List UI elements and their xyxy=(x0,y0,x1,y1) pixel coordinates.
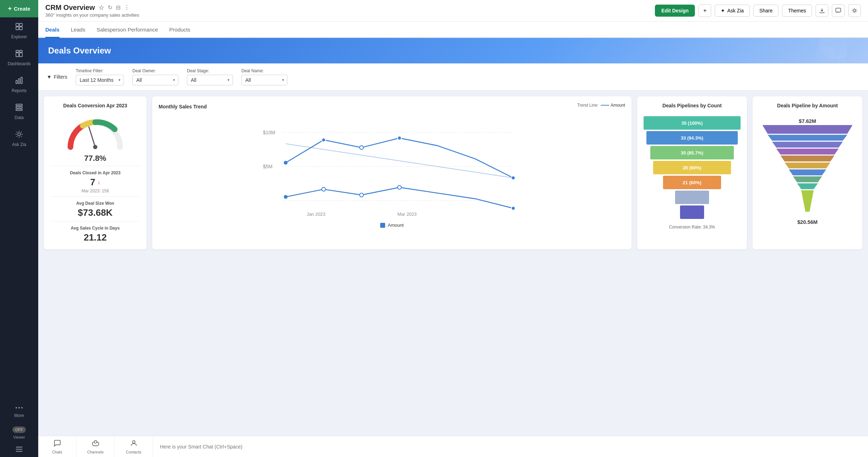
tabs-bar: Deals Leads Salesperson Performance Prod… xyxy=(38,22,868,38)
main-area: CRM Overview ☆ ↻ ⊟ ⋮ 360° insights on yo… xyxy=(38,0,868,457)
more-icon xyxy=(15,403,23,411)
avg-deal-size-label: Avg Deal Size Won xyxy=(50,201,140,206)
hamburger-icon[interactable] xyxy=(0,443,38,457)
share-button[interactable]: Share xyxy=(753,5,778,17)
svg-marker-48 xyxy=(767,135,847,141)
sidebar-item-reports[interactable]: Reports xyxy=(0,71,38,98)
svg-marker-50 xyxy=(776,149,839,155)
bottom-chats[interactable]: Chats xyxy=(38,436,76,457)
deals-closed-sub: Mar 2023: 158 xyxy=(50,188,140,193)
create-button[interactable]: + Create xyxy=(0,0,38,17)
pipeline-amount-svg: $7.62M $20.56M xyxy=(759,113,856,234)
deals-conversion-title: Deals Conversion Apr 2023 xyxy=(50,103,140,108)
deal-owner-select[interactable]: All xyxy=(132,75,178,85)
deal-name-label: Deal Name: xyxy=(241,68,287,73)
svg-point-14 xyxy=(18,133,21,136)
settings-button[interactable] xyxy=(848,4,861,17)
pipeline-amount-card: Deals Pipeline by Amount $7.62M xyxy=(753,96,862,249)
svg-point-17 xyxy=(21,407,23,408)
edit-design-button[interactable]: Edit Design xyxy=(655,5,695,17)
bottom-bar: Chats Channels Contacts xyxy=(38,436,868,457)
deal-name-select[interactable]: All xyxy=(241,75,287,85)
smart-chat-input[interactable] xyxy=(153,444,868,450)
export-button[interactable] xyxy=(816,4,828,17)
svg-point-41 xyxy=(360,193,364,197)
sidebar-item-ask-zia[interactable]: Ask Zia xyxy=(0,125,38,152)
topbar: CRM Overview ☆ ↻ ⊟ ⋮ 360° insights on yo… xyxy=(38,0,868,22)
tab-products[interactable]: Products xyxy=(169,22,190,38)
refresh-icon[interactable]: ↻ xyxy=(108,4,112,11)
svg-point-34 xyxy=(322,138,326,142)
ask-zia-icon xyxy=(15,130,23,140)
trend-line-label: Trend Line: xyxy=(577,103,598,108)
pipelines-count-title: Deals Pipelines by Count xyxy=(644,103,741,108)
themes-button[interactable]: Themes xyxy=(782,5,812,17)
svg-marker-54 xyxy=(793,176,822,182)
tab-salesperson-performance[interactable]: Salesperson Performance xyxy=(97,22,158,38)
timeline-filter-select[interactable]: Last 12 Months Last 6 Months This Month xyxy=(76,75,124,85)
svg-point-16 xyxy=(18,407,20,408)
sidebar-item-more[interactable]: More xyxy=(0,398,38,423)
chart-legend-row: Amount xyxy=(159,222,625,228)
bottom-contacts[interactable]: Contacts xyxy=(115,436,153,457)
channels-label: Channels xyxy=(87,450,103,454)
svg-rect-3 xyxy=(19,27,22,30)
zia-icon: ✦ xyxy=(721,8,725,13)
svg-rect-5 xyxy=(19,50,22,52)
gauge-chart xyxy=(63,113,127,152)
topbar-actions: Edit Design + ✦ Ask Zia Share Themes xyxy=(655,4,861,17)
pipeline-amount-title: Deals Pipeline by Amount xyxy=(759,103,856,108)
filters-toggle[interactable]: ▼ Filters xyxy=(47,74,67,80)
funnel-bar-3: 28 (80%) xyxy=(653,161,731,174)
timeline-select-wrap: Last 12 Months Last 6 Months This Month xyxy=(76,75,124,85)
star-icon[interactable]: ☆ xyxy=(98,4,104,12)
amount-checkbox-icon[interactable] xyxy=(380,223,385,228)
svg-point-39 xyxy=(284,195,288,199)
svg-rect-1 xyxy=(19,23,22,26)
amount-legend-label: Amount xyxy=(388,222,404,228)
sidebar: + Create Explorer Dashboards Reports Dat… xyxy=(0,0,38,457)
comment-button[interactable] xyxy=(832,4,845,17)
ask-zia-button[interactable]: ✦ Ask Zia xyxy=(715,5,750,17)
svg-rect-13 xyxy=(16,109,22,111)
bottom-channels[interactable]: Channels xyxy=(76,436,115,457)
deal-name-select-wrap: All xyxy=(241,75,287,85)
tab-leads[interactable]: Leads xyxy=(71,22,85,38)
deal-stage-select[interactable]: All xyxy=(187,75,233,85)
svg-point-40 xyxy=(322,187,326,191)
avg-sales-cycle-section: Avg Sales Cycle in Days 21.12 xyxy=(50,221,140,243)
svg-text:$5M: $5M xyxy=(263,164,273,169)
data-icon xyxy=(15,103,23,113)
svg-point-15 xyxy=(16,407,17,408)
monthly-trend-title: Monthly Sales Trend xyxy=(159,104,207,109)
funnel-bar-1: 33 (94.3%) xyxy=(646,131,738,145)
svg-rect-21 xyxy=(836,8,841,12)
deal-name-filter-group: Deal Name: All xyxy=(241,68,287,85)
svg-point-42 xyxy=(398,186,401,190)
svg-text:Mar 2023: Mar 2023 xyxy=(398,211,417,217)
deals-overview-title: Deals Overview xyxy=(48,46,111,56)
page-title: CRM Overview xyxy=(45,4,95,12)
deals-closed-value: 7 xyxy=(90,177,95,188)
deal-stage-select-wrap: All xyxy=(187,75,233,85)
monthly-trend-card: Monthly Sales Trend Trend Line: Amount $… xyxy=(152,96,632,249)
page-subtitle: 360° insights on your company sales acti… xyxy=(45,12,651,18)
sidebar-item-explorer[interactable]: Explorer xyxy=(0,17,38,44)
viewer-section: OFF Viewer xyxy=(0,423,38,443)
sidebar-item-dashboards[interactable]: Dashboards xyxy=(0,44,38,71)
filters-bar: ▼ Filters Timeline Filter: Last 12 Month… xyxy=(38,63,868,91)
tab-deals[interactable]: Deals xyxy=(45,22,59,38)
more-options-icon[interactable]: ⋮ xyxy=(124,4,130,11)
deals-closed-section: Deals Closed in Apr 2023 7 ↓ Mar 2023: 1… xyxy=(50,166,140,193)
deals-closed-label: Deals Closed in Apr 2023 xyxy=(50,170,140,175)
viewer-toggle[interactable]: OFF xyxy=(12,427,26,433)
add-button[interactable]: + xyxy=(698,4,711,17)
funnel-bar-4: 21 (60%) xyxy=(663,176,721,189)
sidebar-item-data[interactable]: Data xyxy=(0,98,38,125)
save-icon[interactable]: ⊟ xyxy=(116,4,120,11)
avg-deal-size-section: Avg Deal Size Won $73.68K xyxy=(50,196,140,218)
svg-point-58 xyxy=(94,440,97,443)
avg-sales-cycle-value: 21.12 xyxy=(50,232,140,243)
svg-text:$20.56M: $20.56M xyxy=(797,219,817,225)
contacts-icon xyxy=(130,439,138,449)
